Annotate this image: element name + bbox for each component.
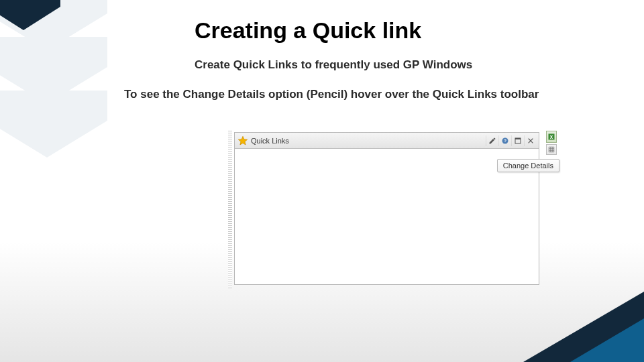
quick-links-label: Quick Links: [251, 137, 289, 145]
bottom-accent: [483, 282, 644, 362]
screenshot-left-strip: [228, 131, 232, 288]
grid-icon[interactable]: [546, 144, 557, 155]
close-icon[interactable]: [524, 135, 536, 146]
svg-marker-6: [238, 136, 247, 145]
star-icon: [237, 135, 248, 146]
slide-title: Creating a Quick link: [195, 17, 644, 44]
help-icon[interactable]: ?: [498, 135, 511, 146]
screenshot-region: Quick Links ? Change Details X: [228, 131, 557, 288]
svg-text:X: X: [550, 135, 553, 139]
quick-links-panel: Quick Links ?: [234, 132, 539, 285]
svg-rect-10: [515, 138, 521, 139]
excel-icon[interactable]: X: [546, 131, 557, 143]
quick-links-toolbar[interactable]: Quick Links ?: [235, 133, 539, 149]
quick-links-body: [235, 149, 539, 284]
slide-subtitle: Create Quick Links to frequently used GP…: [195, 58, 644, 72]
pencil-icon[interactable]: [486, 135, 498, 146]
slide-instruction: To see the Change Details option (Pencil…: [124, 88, 644, 101]
svg-text:?: ?: [504, 139, 506, 143]
screenshot-right-sliver: X: [546, 131, 557, 198]
expand-icon[interactable]: [511, 135, 523, 146]
